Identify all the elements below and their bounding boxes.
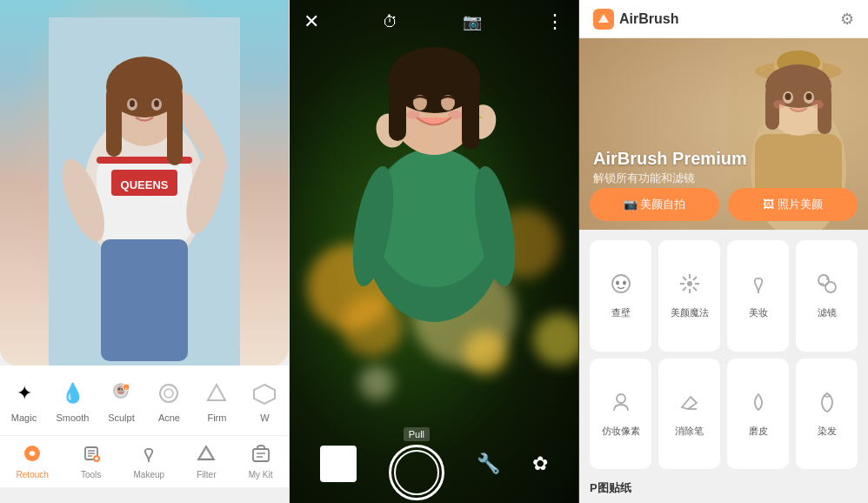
selfie-button[interactable]: 📷 美颜自拍 bbox=[590, 188, 719, 221]
eraser-feature-icon bbox=[678, 390, 702, 419]
nav-tools[interactable]: Tools bbox=[74, 440, 108, 483]
photo-display: QUEENS bbox=[0, 0, 289, 366]
feature-portrait-label: 仿妆像素 bbox=[602, 425, 640, 438]
svg-point-83 bbox=[623, 281, 626, 285]
tool-acne[interactable]: Acne bbox=[153, 378, 184, 423]
svg-point-78 bbox=[806, 93, 812, 100]
tools-icon bbox=[82, 444, 101, 467]
nav-makeup-label: Makeup bbox=[134, 470, 165, 480]
svg-rect-13 bbox=[167, 87, 183, 165]
svg-point-17 bbox=[154, 100, 159, 107]
cta-buttons: 📷 美颜自拍 🖼 照片美颜 bbox=[579, 188, 868, 221]
svg-rect-56 bbox=[389, 80, 406, 141]
tool-sculpt[interactable]: + Sculpt bbox=[105, 378, 137, 423]
more-options-icon[interactable]: ⋮ bbox=[545, 10, 564, 33]
feature-hair[interactable]: 染发 bbox=[796, 359, 858, 470]
svg-point-61 bbox=[448, 111, 462, 119]
nav-retouch[interactable]: Retouch bbox=[10, 440, 56, 483]
airbrush-logo: AirBrush bbox=[593, 9, 678, 30]
feature-eraser-label: 消除笔 bbox=[675, 425, 704, 438]
svg-rect-74 bbox=[818, 86, 831, 134]
svg-point-98 bbox=[617, 394, 625, 403]
nav-filter-label: Filter bbox=[197, 470, 216, 480]
feature-magic[interactable]: 美颜魔法 bbox=[658, 240, 720, 352]
nav-filter[interactable]: Filter bbox=[190, 440, 223, 483]
panel-retouch: QUEENS ✦ bbox=[0, 0, 290, 503]
tool-firm-label: Firm bbox=[207, 412, 226, 423]
feature-hair-label: 染发 bbox=[818, 425, 837, 438]
svg-marker-26 bbox=[208, 385, 225, 400]
feature-makeup-label: 美妆 bbox=[749, 306, 768, 319]
nav-retouch-label: Retouch bbox=[17, 470, 49, 480]
gallery-thumbnail[interactable] bbox=[320, 446, 357, 482]
w-icon bbox=[249, 378, 280, 409]
features-grid: 查壁 美颜魔法 bbox=[579, 230, 868, 480]
portrait-feature-icon bbox=[609, 390, 633, 419]
feature-magic-label: 美颜魔法 bbox=[671, 306, 709, 319]
makeup-icon bbox=[139, 444, 158, 467]
feature-smooth[interactable]: 磨皮 bbox=[727, 359, 789, 470]
nav-tools-label: Tools bbox=[81, 470, 101, 480]
svg-line-88 bbox=[683, 277, 686, 280]
svg-marker-62 bbox=[598, 14, 609, 23]
feature-eraser[interactable]: 消除笔 bbox=[658, 359, 720, 470]
p-section-title: P图贴纸 bbox=[590, 481, 631, 494]
tool-smooth[interactable]: 💧 Smooth bbox=[57, 378, 90, 423]
nav-mykit[interactable]: My Kit bbox=[242, 440, 280, 483]
hair-feature-icon bbox=[815, 390, 839, 419]
timer-icon[interactable]: ⏱ bbox=[383, 13, 398, 31]
settings-icon[interactable]: ⚙ bbox=[840, 10, 854, 29]
acne-icon bbox=[153, 378, 184, 409]
filter-icon bbox=[197, 444, 216, 467]
nav-mykit-label: My Kit bbox=[249, 470, 273, 480]
bottom-section: P图贴纸 bbox=[579, 480, 868, 503]
svg-line-91 bbox=[683, 287, 686, 291]
tool-magic[interactable]: ✦ Magic bbox=[9, 378, 40, 423]
svg-text:QUEENS: QUEENS bbox=[121, 178, 169, 191]
app-header: AirBrush ⚙ bbox=[579, 0, 868, 38]
premium-subtitle: 解锁所有功能和滤镜 bbox=[593, 171, 747, 186]
premium-text: AirBrush Premium 解锁所有功能和滤镜 bbox=[593, 149, 747, 186]
tool-smooth-label: Smooth bbox=[57, 412, 90, 423]
firm-icon bbox=[201, 378, 232, 409]
svg-marker-27 bbox=[254, 385, 275, 404]
feature-makeup[interactable]: 美妆 bbox=[727, 240, 789, 352]
makeup-feature-icon bbox=[746, 272, 771, 301]
panel-camera: ✕ ⏱ 📷 ⋮ Pull 🔧 ✿ bbox=[290, 0, 579, 503]
tool-magic-label: Magic bbox=[11, 412, 37, 423]
svg-point-77 bbox=[785, 93, 791, 100]
sculpt-icon: + bbox=[105, 378, 137, 409]
svg-point-81 bbox=[612, 275, 630, 292]
shutter-button[interactable] bbox=[389, 445, 444, 500]
tools-toolbar: ✦ Magic 💧 Smooth + Sculpt bbox=[0, 366, 289, 435]
tool-sculpt-label: Sculpt bbox=[108, 412, 135, 423]
premium-title: AirBrush Premium bbox=[593, 149, 747, 169]
svg-point-25 bbox=[164, 389, 173, 398]
svg-rect-57 bbox=[462, 80, 479, 150]
svg-text:+: + bbox=[125, 386, 129, 391]
app-name: AirBrush bbox=[619, 11, 678, 27]
tool-w-label: W bbox=[260, 412, 269, 423]
panel-airbrush: AirBrush ⚙ bbox=[579, 0, 868, 503]
camera-bottom-controls: Pull 🔧 ✿ bbox=[290, 425, 578, 503]
tool-firm[interactable]: Firm bbox=[201, 378, 232, 423]
tool-w[interactable]: W bbox=[249, 378, 280, 423]
svg-point-24 bbox=[160, 385, 177, 402]
magic-feature-icon bbox=[678, 272, 702, 301]
close-button[interactable]: ✕ bbox=[304, 10, 319, 33]
wrench-icon[interactable]: 🔧 bbox=[477, 453, 500, 475]
photo-button[interactable]: 🖼 照片美颜 bbox=[728, 188, 858, 221]
feature-portrait[interactable]: 仿妆像素 bbox=[590, 359, 651, 470]
feature-face-label: 查壁 bbox=[611, 306, 631, 319]
svg-point-16 bbox=[130, 100, 135, 107]
mykit-icon bbox=[251, 444, 270, 467]
feature-face[interactable]: 查壁 bbox=[590, 240, 651, 352]
smooth-icon: 💧 bbox=[57, 378, 88, 409]
effects-icon[interactable]: ✿ bbox=[532, 453, 548, 475]
nav-makeup[interactable]: Makeup bbox=[127, 440, 172, 483]
bottom-navigation: Retouch Tools bbox=[0, 435, 289, 487]
face-icon[interactable]: 📷 bbox=[463, 12, 482, 31]
svg-line-89 bbox=[693, 287, 697, 291]
svg-point-60 bbox=[406, 111, 420, 119]
feature-filter[interactable]: 滤镜 bbox=[796, 240, 858, 352]
